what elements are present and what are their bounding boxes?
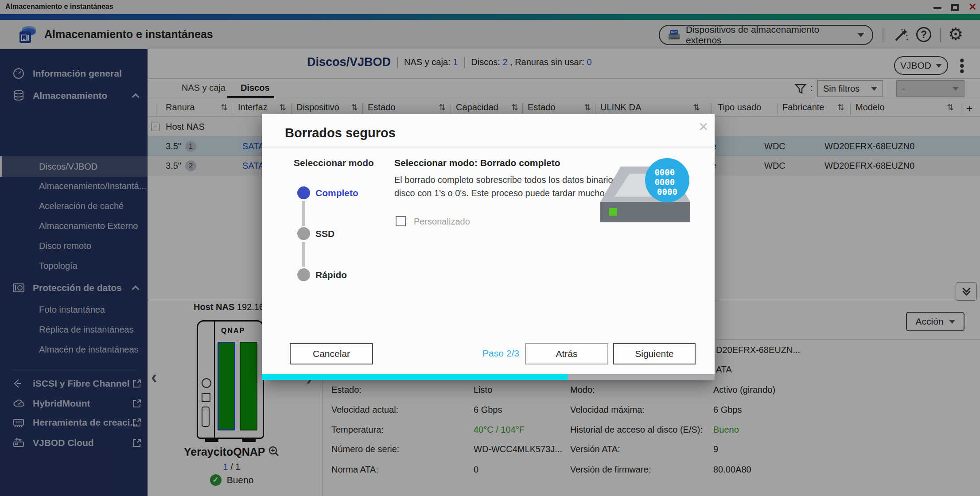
select-mode-label: Seleccionar modo — [294, 158, 374, 168]
personalizado-label: Personalizado — [414, 217, 470, 227]
step-rapido-circle[interactable] — [297, 268, 310, 281]
personalizado-checkbox[interactable] — [396, 216, 406, 226]
wizard-progress-fill — [262, 374, 568, 380]
divider — [262, 147, 715, 148]
step-completo-circle[interactable] — [297, 186, 310, 199]
erase-disk-illustration: 0000 0000 0000 — [595, 157, 697, 241]
modal-close-icon[interactable]: ✕ — [698, 120, 708, 134]
step-indicator: Paso 2/3 — [482, 348, 519, 359]
next-button[interactable]: Siguiente — [613, 343, 696, 364]
svg-text:0000 0000 0000: 0000 0000 0000 — [654, 167, 680, 197]
step-connector — [302, 242, 305, 267]
step-ssd-label[interactable]: SSD — [315, 227, 334, 240]
mode-heading: Seleccionar modo: Borrado completo — [394, 158, 560, 168]
step-ssd-circle[interactable] — [297, 227, 310, 240]
step-connector — [302, 201, 305, 226]
cancel-button[interactable]: Cancelar — [290, 343, 373, 364]
step-rapido-label[interactable]: Rápido — [315, 268, 347, 281]
wizard-progress-bar — [262, 374, 715, 380]
modal-title: Borrados seguros — [285, 126, 396, 140]
app-window: Almacenamiento e instantáneas ✕ Almacena… — [0, 0, 980, 496]
secure-erase-modal: Borrados seguros ✕ Seleccionar modo Comp… — [262, 114, 715, 380]
step-completo-label[interactable]: Completo — [315, 186, 358, 199]
back-button[interactable]: Atrás — [525, 343, 608, 364]
